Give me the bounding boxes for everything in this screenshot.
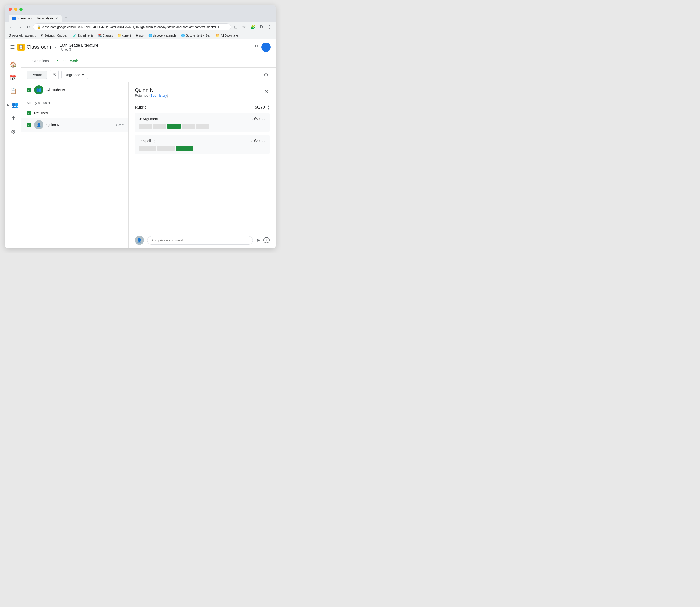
reload-button[interactable]: ↻	[25, 23, 32, 30]
bookmark-google-identity[interactable]: 🌐 Google Identity Se...	[180, 33, 212, 38]
grade-filter-label: Ungraded	[65, 73, 80, 77]
url-text: classroom.google.com/u/0/c/NjEyMDI4ODIxM…	[42, 25, 227, 29]
sidebar-item-settings[interactable]: ⚙	[7, 126, 19, 138]
sidebar-item-upload[interactable]: ⬆	[7, 112, 19, 125]
settings-bookmark-icon: ⚙	[41, 34, 44, 37]
rubric-header: Rubric 50/70 ▲ ▼	[135, 105, 270, 110]
browser-toolbar: ← → ↻ 🔒 classroom.google.com/u/0/c/NjEyM…	[5, 22, 276, 32]
url-bar[interactable]: 🔒 classroom.google.com/u/0/c/NjEyMDI4ODI…	[33, 23, 231, 30]
close-traffic-light[interactable]	[9, 8, 12, 11]
split-view: 👥 All students Sort by status ▾ Returned	[21, 82, 276, 248]
bookmark-classes[interactable]: 📚 Classes	[97, 33, 114, 38]
tab-student-work[interactable]: Student work	[53, 56, 82, 67]
classes-icon: 📚	[98, 34, 102, 37]
criteria-row-spelling: 1: Spelling 20/20 ⌄	[135, 135, 270, 154]
sidebar-item-people[interactable]: 👥	[11, 100, 20, 109]
settings-icon-button[interactable]: ⚙	[262, 70, 271, 79]
content-toolbar: Return ✉ Ungraded ▼ ⚙	[21, 68, 276, 82]
forward-button[interactable]: →	[16, 24, 23, 30]
help-icon[interactable]: ?	[264, 237, 270, 243]
cast-icon[interactable]: ⊡	[232, 23, 239, 30]
bookmark-settings[interactable]: ⚙ Settings - Cookie...	[40, 33, 69, 38]
student-checkbox[interactable]	[26, 123, 31, 127]
bookmark-apps[interactable]: G Apps with access...	[8, 33, 37, 38]
course-period: Period 3	[60, 48, 100, 51]
profile-icon[interactable]: D	[259, 24, 265, 30]
minimize-traffic-light[interactable]	[14, 8, 17, 11]
tab-title: Romeo and Juliet analysis.	[17, 17, 54, 20]
all-students-row[interactable]: 👥 All students	[21, 82, 128, 98]
rubric-score-value: 50/70	[255, 105, 265, 110]
browser-titlebar: Romeo and Juliet analysis. ✕ +	[5, 5, 276, 22]
app-header: ☰ 📋 Classroom › 10th Grade Literature! P…	[5, 39, 276, 56]
sidebar-expand[interactable]: ▶ 👥	[7, 100, 20, 109]
panel-header: Quinn N Returned (See history) ✕	[129, 82, 276, 101]
send-comment-icon[interactable]: ➤	[256, 237, 261, 243]
criteria-spelling-expand-icon[interactable]: ⌄	[262, 138, 266, 144]
comment-input[interactable]	[147, 236, 253, 245]
sort-dropdown-icon[interactable]: ▾	[48, 100, 50, 105]
hamburger-menu-icon[interactable]: ☰	[10, 44, 15, 50]
new-tab-button[interactable]: +	[62, 13, 70, 22]
classroom-logo-icon: 📋	[17, 44, 24, 51]
close-panel-button[interactable]: ✕	[263, 87, 270, 96]
grade-filter-arrow-icon: ▼	[81, 73, 85, 77]
return-button[interactable]: Return	[26, 71, 47, 79]
criteria-argument-score: 30/50 ⌄	[251, 116, 266, 122]
student-list-panel: 👥 All students Sort by status ▾ Returned	[21, 82, 129, 248]
extensions-icon[interactable]: 🧩	[249, 23, 257, 30]
bookmark-current[interactable]: 📁 current	[117, 33, 132, 38]
spell-bar-3-selected	[176, 146, 193, 151]
student-submission-status: Draft	[116, 123, 123, 127]
student-row[interactable]: 👤 Quinn N Draft	[21, 118, 128, 132]
bookmark-experiments[interactable]: 🧪 Experiments	[72, 33, 94, 38]
sort-label: Sort by status	[26, 101, 47, 105]
bookmark-icon[interactable]: ☆	[241, 23, 247, 30]
see-history-link[interactable]: See history	[150, 94, 167, 98]
course-info: 10th Grade Literature! Period 3	[60, 43, 100, 51]
app-title: Classroom	[26, 44, 51, 50]
expand-arrow-icon: ▶	[7, 103, 9, 107]
all-students-label: All students	[46, 88, 65, 92]
rubric-score-arrows[interactable]: ▲ ▼	[267, 105, 270, 110]
bookmark-all[interactable]: 📂 All Bookmarks	[215, 33, 240, 38]
returned-checkbox[interactable]	[26, 110, 31, 115]
spell-bar-1	[139, 146, 156, 151]
identity-icon: 🌐	[181, 34, 185, 37]
all-bookmarks-icon: 📂	[216, 34, 220, 37]
grade-filter-dropdown[interactable]: Ungraded ▼	[61, 71, 88, 79]
rubric-score: 50/70 ▲ ▼	[255, 105, 270, 110]
breadcrumb-separator: ›	[55, 44, 56, 50]
grid-apps-icon[interactable]: ⠿	[254, 44, 259, 50]
bookmark-classes-label: Classes	[103, 34, 113, 37]
sidebar-item-assignment[interactable]: 📋	[7, 85, 19, 97]
criteria-argument-expand-icon[interactable]: ⌄	[262, 116, 266, 122]
all-students-icon: 👥	[34, 85, 43, 95]
back-button[interactable]: ←	[8, 24, 15, 30]
student-avatar: 👤	[34, 120, 43, 129]
sidebar-item-home[interactable]: 🏠	[7, 59, 19, 71]
browser-window: Romeo and Juliet analysis. ✕ + ← → ↻ 🔒 c…	[5, 5, 276, 248]
returned-section-header: Returned	[21, 108, 128, 118]
score-down-arrow: ▼	[267, 107, 270, 110]
sidebar-item-calendar[interactable]: 📅	[7, 72, 19, 84]
header-right: ⠿ D	[254, 43, 271, 52]
sidebar: 🏠 📅 📋 ▶ 👥 ⬆ ⚙	[5, 56, 21, 248]
tab-instructions[interactable]: Instructions	[26, 56, 53, 67]
tab-close-icon[interactable]: ✕	[56, 17, 58, 20]
arg-bar-5	[196, 124, 209, 129]
criteria-row-argument: 0: Argument 30/50 ⌄	[135, 113, 270, 132]
user-avatar[interactable]: D	[262, 43, 271, 52]
active-tab[interactable]: Romeo and Juliet analysis. ✕	[9, 15, 62, 22]
bookmark-current-label: current	[122, 34, 131, 37]
main-content: Instructions Student work Return ✉ Ungra…	[21, 56, 276, 248]
maximize-traffic-light[interactable]	[19, 8, 23, 11]
bookmark-gcp[interactable]: ◉ gcp	[135, 33, 145, 38]
bookmark-all-label: All Bookmarks	[221, 34, 239, 37]
bookmark-discovery-label: discovery example	[153, 34, 177, 37]
all-students-checkbox[interactable]	[26, 87, 31, 92]
commenter-avatar: 👤	[135, 236, 144, 245]
email-icon-button[interactable]: ✉	[49, 70, 59, 79]
bookmark-discovery[interactable]: 🌐 discovery example	[147, 33, 178, 38]
menu-icon[interactable]: ⋮	[266, 23, 273, 30]
